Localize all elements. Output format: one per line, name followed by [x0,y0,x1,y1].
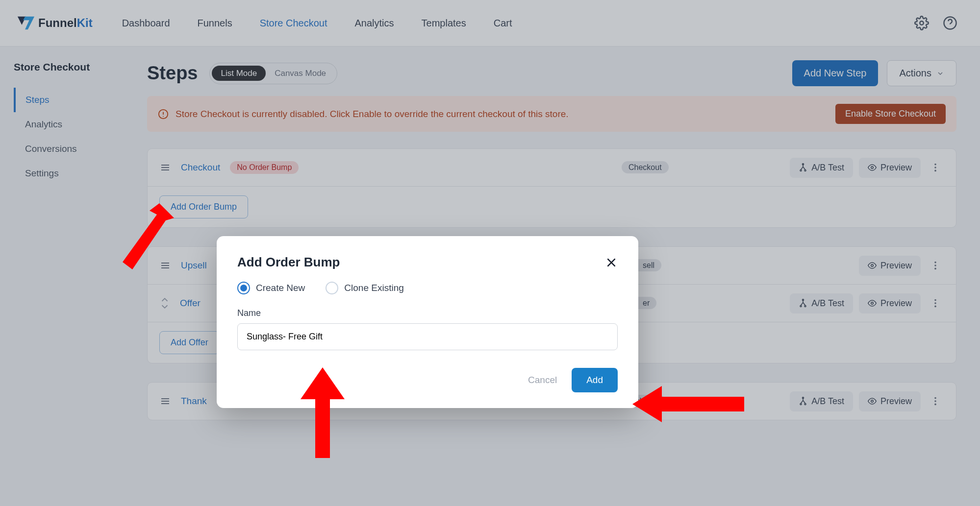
list-mode-pill[interactable]: List Mode [212,66,266,81]
ab-test-label: A/B Test [811,396,844,407]
logo-text-main: Funnel [38,16,77,29]
nav-funnels[interactable]: Funnels [198,18,232,29]
radio-label: Create New [256,283,305,293]
add-button[interactable]: Add [572,368,618,392]
sort-arrows-icon[interactable] [159,296,170,310]
offer-link[interactable]: Offer [180,298,201,309]
svg-point-22 [934,268,936,270]
sidebar: Store Checkout Steps Analytics Conversio… [0,47,147,506]
mode-toggle: List Mode Canvas Mode [209,63,337,84]
eye-icon [868,299,877,308]
help-icon[interactable] [943,16,957,30]
no-order-bump-pill: No Order Bump [230,161,299,174]
checkout-menu[interactable] [927,157,944,178]
cancel-button[interactable]: Cancel [528,375,557,386]
offer-menu[interactable] [927,292,944,314]
main-header: Steps List Mode Canvas Mode Add New Step… [147,60,956,86]
offer-preview-button[interactable]: Preview [859,293,921,313]
top-header: FunnelKit Dashboard Funnels Store Checko… [0,0,980,47]
thankyou-ab-test-button[interactable]: A/B Test [790,391,853,411]
sidebar-item-analytics[interactable]: Analytics [14,112,147,137]
svg-point-15 [934,170,936,172]
nav-cart[interactable]: Cart [494,18,512,29]
checkout-preview-button[interactable]: Preview [859,158,921,178]
checkout-row: Checkout No Order Bump Checkout A/B Test… [148,149,956,187]
modal-footer: Cancel Add [237,368,618,392]
add-step-button[interactable]: Add New Step [792,60,879,86]
sidebar-item-settings[interactable]: Settings [14,161,147,186]
warning-alert: Store Checkout is currently disabled. Cl… [147,96,956,132]
thankyou-preview-button[interactable]: Preview [859,391,921,411]
svg-point-14 [934,167,936,169]
settings-icon[interactable] [914,16,929,30]
checkout-ab-test-button[interactable]: A/B Test [790,158,853,178]
thankyou-link[interactable]: Thank [181,396,207,407]
checkout-link[interactable]: Checkout [181,162,220,173]
svg-point-20 [934,262,936,264]
brand-logo: FunnelKit [17,14,93,32]
svg-point-27 [934,299,936,301]
sidebar-item-steps[interactable]: Steps [14,88,147,112]
svg-point-11 [804,170,806,171]
checkout-type-badge: Checkout [622,161,669,173]
svg-point-0 [920,21,924,25]
primary-nav: Dashboard Funnels Store Checkout Analyti… [122,18,512,29]
ab-test-label: A/B Test [811,298,844,309]
svg-point-39 [934,404,936,406]
modal-title: Add Order Bump [237,255,340,270]
svg-point-13 [934,164,936,166]
upsell-link[interactable]: Upsell [181,260,207,271]
sidebar-title: Store Checkout [14,61,147,73]
svg-point-12 [871,167,874,169]
close-icon[interactable] [605,256,618,269]
svg-point-36 [871,400,874,403]
actions-button[interactable]: Actions [887,60,956,86]
ab-test-label: A/B Test [811,163,844,173]
name-input[interactable] [237,323,618,350]
radio-clone-existing[interactable]: Clone Existing [326,282,403,294]
preview-label: Preview [880,396,912,407]
svg-point-5 [163,116,164,117]
nav-analytics[interactable]: Analytics [355,18,394,29]
eye-icon [868,261,877,270]
alert-icon [158,109,169,120]
upsell-preview-button[interactable]: Preview [859,256,921,276]
nav-templates[interactable]: Templates [422,18,466,29]
drag-icon[interactable] [159,162,171,173]
split-icon [799,299,807,308]
offer-ab-test-button[interactable]: A/B Test [790,293,853,313]
add-offer-button[interactable]: Add Offer [159,331,220,354]
logo-text-accent: Kit [77,16,93,29]
chevron-down-icon [936,70,944,77]
thankyou-menu[interactable] [927,390,944,412]
modal-header: Add Order Bump [237,255,618,270]
drag-icon[interactable] [159,395,171,407]
name-field-label: Name [237,308,618,318]
radio-group: Create New Clone Existing [237,282,618,294]
svg-point-28 [934,302,936,304]
preview-label: Preview [880,261,912,271]
drag-icon[interactable] [159,260,171,271]
sidebar-item-conversions[interactable]: Conversions [14,137,147,161]
svg-point-29 [934,306,936,308]
svg-point-34 [800,404,802,405]
radio-icon [326,282,338,294]
svg-point-24 [800,306,802,307]
nav-dashboard[interactable]: Dashboard [122,18,170,29]
upsell-menu[interactable] [927,255,944,276]
radio-create-new[interactable]: Create New [237,282,305,294]
eye-icon [868,163,877,172]
page-title: Steps [147,63,198,84]
checkout-add-row: Add Order Bump [148,187,956,227]
logo-icon [17,14,35,32]
svg-point-25 [804,306,806,307]
canvas-mode-pill[interactable]: Canvas Mode [266,66,335,81]
svg-point-26 [871,302,874,305]
nav-store-checkout[interactable]: Store Checkout [260,18,327,29]
add-order-bump-button[interactable]: Add Order Bump [159,195,248,218]
split-icon [799,163,807,172]
preview-label: Preview [880,298,912,309]
svg-point-19 [871,265,874,267]
enable-store-checkout-button[interactable]: Enable Store Checkout [835,104,946,124]
svg-point-37 [934,397,936,399]
